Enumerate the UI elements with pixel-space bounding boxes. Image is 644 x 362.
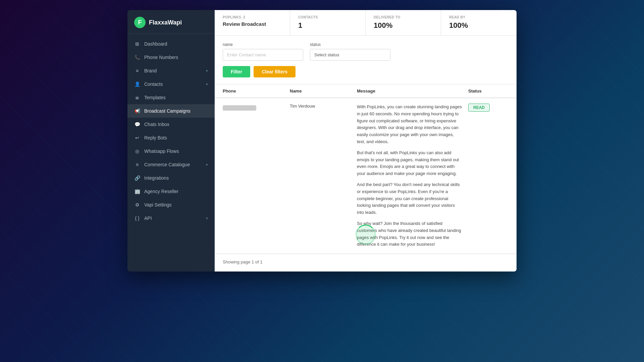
stat-label-broadcast: POPLINKS_2: [223, 15, 282, 19]
sidebar-item-agency-reseller[interactable]: 🏢 Agency Reseller: [127, 185, 215, 198]
stat-label-readby: READ BY: [449, 15, 508, 19]
sidebar-item-vapi-settings[interactable]: ⚙ Vapi Settings: [127, 198, 215, 212]
templates-icon: ≣: [134, 95, 140, 101]
cell-phone: ••••••••••: [223, 104, 290, 111]
broadcast-icon: 📢: [134, 108, 140, 114]
sidebar-item-broadcast-campaigns[interactable]: 📢 Broadcast Campaigns: [127, 104, 215, 118]
stat-card-readby: READ BY 100%: [441, 10, 517, 35]
stat-card-contacts: CONTACTS 1: [290, 10, 366, 35]
sidebar-item-contacts[interactable]: 👤 Contacts ▾: [127, 77, 215, 91]
sidebar-item-label: Templates: [144, 95, 166, 100]
status-badge: READ: [468, 104, 490, 112]
message-para-2: But that's not all, with PopLinks you ca…: [357, 149, 463, 177]
message-para-1: With PopLinks, you can create stunning l…: [357, 104, 463, 145]
chevron-down-icon: ▾: [206, 69, 208, 73]
main-content: POPLINKS_2 Review Broadcast CONTACTS 1 D…: [215, 10, 517, 272]
sidebar-item-label: Commerce Catalogue: [144, 162, 190, 167]
col-message: Message: [357, 88, 468, 94]
chevron-down-icon: ▾: [206, 163, 208, 167]
stat-value-broadcast: Review Broadcast: [223, 21, 282, 27]
sidebar-item-chats-inbox[interactable]: 💬 Chats Inbox: [127, 118, 215, 131]
col-phone: Phone: [223, 88, 290, 94]
logo-icon: F: [134, 17, 146, 28]
stat-value-readby: 100%: [449, 21, 508, 30]
filter-name-input[interactable]: [223, 49, 303, 61]
sidebar-item-integrations[interactable]: 🔗 Integrations: [127, 171, 215, 185]
brand-icon: ≡: [134, 68, 140, 74]
sidebar-item-commerce-catalogue[interactable]: ≡ Commerce Catalogue ▾: [127, 158, 215, 171]
sidebar-item-brand[interactable]: ≡ Brand ▾: [127, 64, 215, 77]
commerce-icon: ≡: [134, 162, 140, 168]
clear-filters-button[interactable]: Clear filters: [254, 66, 296, 77]
integrations-icon: 🔗: [134, 175, 140, 181]
stat-label-contacts: CONTACTS: [298, 15, 357, 19]
reply-icon: ↩: [134, 135, 140, 141]
filter-area: name status Select status Read Delivered…: [215, 36, 517, 84]
sidebar-item-label: API: [144, 216, 152, 221]
sidebar-item-api[interactable]: { } API ▾: [127, 212, 215, 225]
sidebar-item-label: Whatsapp Flows: [144, 148, 179, 154]
col-status: Status: [468, 88, 508, 94]
api-icon: { }: [134, 215, 140, 221]
stat-value-delivered: 100%: [374, 21, 433, 30]
loading-spinner: [356, 225, 376, 245]
sidebar-item-label: Vapi Settings: [144, 202, 171, 207]
filter-row: name status Select status Read Delivered…: [223, 42, 508, 61]
cell-message: With PopLinks, you can create stunning l…: [357, 104, 468, 248]
agency-icon: 🏢: [134, 188, 140, 194]
sidebar: F FlaxxaWapi ⊞ Dashboard 📞 Phone Numbers…: [127, 10, 215, 272]
content-wrapper: name status Select status Read Delivered…: [215, 36, 517, 272]
stat-value-contacts: 1: [298, 21, 357, 30]
phone-blurred: ••••••••••: [223, 105, 256, 111]
phone-icon: 📞: [134, 54, 140, 60]
sidebar-item-label: Agency Reseller: [144, 189, 178, 194]
stats-header: POPLINKS_2 Review Broadcast CONTACTS 1 D…: [215, 10, 517, 36]
cell-status: READ: [468, 104, 508, 112]
whatsapp-icon: ◎: [134, 148, 140, 154]
pagination-info: Showing page 1 of 1: [215, 254, 517, 270]
sidebar-item-label: Contacts: [144, 81, 163, 87]
filter-group-name: name: [223, 42, 303, 61]
sidebar-nav: ⊞ Dashboard 📞 Phone Numbers ≡ Brand ▾ 👤 …: [127, 34, 215, 272]
sidebar-item-whatsapp-flows[interactable]: ◎ Whatsapp Flows: [127, 144, 215, 158]
stat-card-broadcast: POPLINKS_2 Review Broadcast: [215, 10, 290, 35]
stat-card-delivered: DELIVERED TO 100%: [366, 10, 441, 35]
filter-name-label: name: [223, 42, 303, 47]
sidebar-item-phone-numbers[interactable]: 📞 Phone Numbers: [127, 51, 215, 64]
sidebar-item-label: Chats Inbox: [144, 122, 169, 127]
sidebar-item-reply-bots[interactable]: ↩ Reply Bots: [127, 131, 215, 144]
contacts-icon: 👤: [134, 81, 140, 87]
message-content: With PopLinks, you can create stunning l…: [357, 104, 463, 248]
cell-name: Tim Verdouw: [290, 104, 357, 109]
filter-group-status: status Select status Read Delivered Sent…: [310, 42, 390, 61]
filter-status-label: status: [310, 42, 390, 47]
stat-label-delivered: DELIVERED TO: [374, 15, 433, 19]
filter-status-select[interactable]: Select status Read Delivered Sent Failed: [310, 49, 390, 61]
filter-buttons: Filter Clear filters: [223, 66, 508, 77]
sidebar-item-label: Dashboard: [144, 41, 167, 47]
sidebar-item-label: Broadcast Campaigns: [144, 108, 191, 114]
sidebar-item-label: Integrations: [144, 175, 169, 181]
message-para-3: And the best part? You don't need any te…: [357, 181, 463, 216]
logo-text: FlaxxaWapi: [149, 19, 182, 26]
sidebar-item-label: Phone Numbers: [144, 55, 178, 60]
chevron-down-icon: ▾: [206, 82, 208, 86]
sidebar-item-dashboard[interactable]: ⊞ Dashboard: [127, 37, 215, 51]
settings-icon: ⚙: [134, 202, 140, 208]
chat-icon: 💬: [134, 121, 140, 127]
col-name: Name: [290, 88, 357, 94]
sidebar-item-templates[interactable]: ≣ Templates: [127, 91, 215, 104]
sidebar-item-label: Brand: [144, 68, 157, 73]
table-header: Phone Name Message Status: [215, 84, 517, 98]
dashboard-icon: ⊞: [134, 41, 140, 47]
sidebar-item-label: Reply Bots: [144, 135, 167, 140]
filter-button[interactable]: Filter: [223, 66, 250, 77]
chevron-down-icon: ▾: [206, 216, 208, 221]
logo: F FlaxxaWapi: [127, 10, 215, 34]
